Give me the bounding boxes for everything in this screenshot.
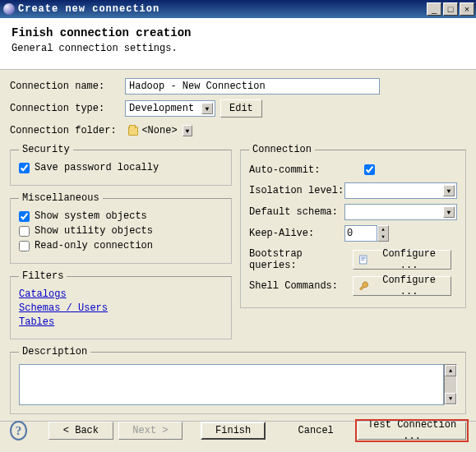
keep-alive-spinner[interactable]: ▲▼ bbox=[344, 225, 389, 242]
close-button[interactable]: × bbox=[460, 2, 474, 16]
tables-link[interactable]: Tables bbox=[19, 316, 223, 328]
misc-group: Miscellaneous Show system objects Show u… bbox=[10, 192, 232, 264]
connection-type-combo[interactable]: Development ▼ bbox=[125, 100, 215, 117]
wizard-header: Finish connection creation General conne… bbox=[0, 18, 476, 70]
keep-alive-input[interactable] bbox=[344, 225, 377, 242]
chevron-down-icon: ▼ bbox=[443, 185, 455, 196]
catalogs-link[interactable]: Catalogs bbox=[19, 288, 223, 300]
connection-folder-label: Connection folder: bbox=[10, 125, 125, 136]
schema-combo[interactable]: ▼ bbox=[344, 204, 457, 220]
filters-legend: Filters bbox=[19, 270, 67, 282]
wrench-icon bbox=[358, 280, 369, 292]
maximize-button[interactable]: □ bbox=[443, 2, 458, 16]
auto-commit-label: Auto-commit: bbox=[249, 164, 361, 176]
svg-rect-1 bbox=[361, 257, 365, 258]
page-title: Finish connection creation bbox=[12, 26, 464, 39]
connection-folder-value: <None> bbox=[141, 125, 177, 136]
misc-legend: Miscellaneous bbox=[19, 192, 103, 204]
edit-type-button[interactable]: Edit bbox=[220, 99, 262, 118]
next-button: Next > bbox=[118, 422, 183, 440]
svg-rect-2 bbox=[361, 258, 365, 259]
back-button[interactable]: < Back bbox=[49, 422, 113, 440]
security-legend: Security bbox=[19, 144, 73, 155]
connection-name-label: Connection name: bbox=[10, 81, 125, 92]
page-subtitle: General connection settings. bbox=[12, 43, 464, 54]
connection-type-label: Connection type: bbox=[10, 103, 125, 114]
chevron-down-icon: ▼ bbox=[201, 103, 213, 114]
bootstrap-label: Bootstrap queries: bbox=[249, 248, 353, 271]
scroll-down-icon[interactable]: ▼ bbox=[445, 393, 456, 404]
spin-down-icon[interactable]: ▼ bbox=[378, 233, 388, 241]
chevron-down-icon: ▼ bbox=[443, 206, 455, 218]
read-only-checkbox[interactable]: Read-only connection bbox=[19, 240, 223, 251]
scroll-up-icon[interactable]: ▲ bbox=[445, 365, 456, 376]
shell-configure-button[interactable]: Configure ... bbox=[353, 276, 451, 296]
scrollbar[interactable]: ▲▼ bbox=[444, 364, 457, 405]
help-icon[interactable]: ? bbox=[10, 421, 27, 440]
svg-rect-3 bbox=[361, 260, 363, 261]
description-group: Description ▲▼ bbox=[10, 346, 466, 414]
connection-type-value: Development bbox=[129, 103, 194, 114]
show-utility-checkbox[interactable]: Show utility objects bbox=[19, 225, 223, 237]
minimize-button[interactable]: _ bbox=[427, 2, 441, 16]
isolation-combo[interactable]: ▼ bbox=[344, 182, 457, 199]
description-legend: Description bbox=[19, 346, 90, 357]
schema-label: Default schema: bbox=[249, 206, 344, 218]
cancel-button[interactable]: Cancel bbox=[284, 422, 348, 440]
bootstrap-configure-button[interactable]: Configure ... bbox=[353, 250, 451, 270]
window-title: Create new connection bbox=[18, 3, 425, 15]
script-icon bbox=[358, 254, 369, 265]
show-utility-input[interactable] bbox=[19, 226, 30, 237]
keep-alive-label: Keep-Alive: bbox=[249, 228, 344, 239]
save-password-checkbox[interactable]: Save password locally bbox=[19, 162, 223, 173]
connection-group: Connection Auto-commit: Isolation level:… bbox=[240, 144, 466, 308]
wizard-footer: ? < Back Next > Finish Cancel Test Conne… bbox=[0, 413, 476, 452]
description-textarea[interactable] bbox=[19, 364, 444, 405]
finish-button[interactable]: Finish bbox=[201, 422, 266, 440]
connection-folder-combo[interactable]: <None> ▼ bbox=[125, 122, 194, 139]
filters-group: Filters Catalogs Schemas / Users Tables bbox=[10, 270, 232, 339]
test-connection-button[interactable]: Test Connection ... bbox=[358, 422, 466, 440]
connection-name-input[interactable] bbox=[125, 78, 380, 95]
connection-legend: Connection bbox=[249, 144, 315, 155]
shell-label: Shell Commands: bbox=[249, 280, 353, 292]
chevron-down-icon: ▼ bbox=[183, 125, 192, 136]
app-icon bbox=[3, 3, 15, 15]
title-bar: Create new connection _ □ × bbox=[0, 0, 476, 18]
show-system-input[interactable] bbox=[19, 211, 30, 222]
save-password-input[interactable] bbox=[19, 163, 30, 173]
schemas-link[interactable]: Schemas / Users bbox=[19, 302, 223, 314]
auto-commit-checkbox[interactable] bbox=[364, 164, 375, 175]
folder-icon bbox=[128, 127, 138, 136]
read-only-input[interactable] bbox=[19, 241, 30, 251]
security-group: Security Save password locally bbox=[10, 144, 232, 186]
isolation-label: Isolation level: bbox=[249, 185, 344, 196]
show-system-checkbox[interactable]: Show system objects bbox=[19, 210, 223, 222]
spin-up-icon[interactable]: ▲ bbox=[378, 226, 388, 233]
